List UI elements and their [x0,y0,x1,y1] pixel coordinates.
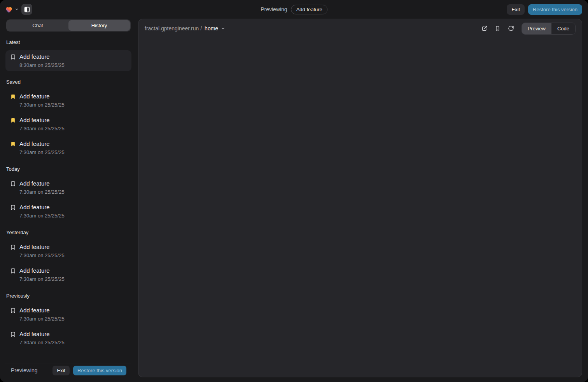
bookmark-filled-icon [10,94,16,100]
history-section: SavedAdd feature7:30am on 25/25/25Add fe… [5,79,131,158]
history-item[interactable]: Add feature7:30am on 25/25/25 [5,137,131,158]
section-title: Today [6,166,131,172]
history-item-time: 7:30am on 25/25/25 [19,315,65,322]
history-item-title: Add feature [19,92,65,101]
history-item-title: Add feature [19,330,65,338]
toggle-sidebar-button[interactable] [21,4,32,15]
history-item-time: 7:30am on 25/25/25 [19,212,65,219]
sidebar: Chat History LatestAdd feature8:30am on … [5,19,131,377]
history-item-title: Add feature [19,179,65,188]
section-title: Latest [6,39,131,46]
breadcrumb-domain: fractal.gptengineer.run / [145,25,202,32]
history-item-time: 7:30am on 25/25/25 [19,125,65,132]
refresh-icon [508,25,514,32]
mobile-preview-button[interactable] [493,23,503,33]
footer-previewing-label: Previewing [11,367,37,373]
restore-version-button[interactable]: Restore this version [528,4,582,15]
history-item[interactable]: Add feature7:30am on 25/25/25 [5,114,131,135]
previewing-label: Previewing [261,6,287,12]
smartphone-icon [495,26,500,32]
footer-restore-version-button[interactable]: Restore this version [73,366,126,375]
version-badge[interactable]: Add feature [291,5,327,14]
history-item-time: 8:30am on 25/25/25 [19,62,65,69]
bookmark-outline-icon [10,205,16,210]
section-title: Previously [6,293,131,299]
sidebar-tabbar: Chat History [6,19,131,32]
preview-viewport[interactable] [138,38,582,377]
open-external-button[interactable] [480,23,490,33]
history-item-title: Add feature [19,266,65,275]
tab-chat[interactable]: Chat [7,20,68,31]
sidebar-footer: Previewing Exit Restore this version [5,363,131,377]
bookmark-outline-icon [10,181,16,187]
history-item[interactable]: Add feature7:30am on 25/25/25 [5,177,131,198]
chevron-down-icon [221,26,225,31]
history-item-time: 7:30am on 25/25/25 [19,276,65,283]
history-section: LatestAdd feature8:30am on 25/25/25 [5,39,131,71]
history-item-title: Add feature [19,203,65,212]
bookmark-outline-icon [10,54,16,60]
chevron-down-icon [15,7,19,11]
history-item-title: Add feature [19,53,65,61]
history-item-title: Add feature [19,306,65,315]
section-title: Saved [6,79,131,85]
workspace-menu[interactable] [5,5,19,14]
history-item-title: Add feature [19,116,65,124]
refresh-button[interactable] [506,23,516,33]
bookmark-filled-icon [10,141,16,147]
history-section: TodayAdd feature7:30am on 25/25/25Add fe… [5,166,131,222]
history-item[interactable]: Add feature8:30am on 25/25/25 [5,50,131,71]
footer-exit-button[interactable]: Exit [52,366,70,375]
tab-history[interactable]: History [68,20,130,31]
exit-button[interactable]: Exit [507,4,525,15]
history-item[interactable]: Add feature7:30am on 25/25/25 [5,90,131,111]
history-item[interactable]: Add feature7:30am on 25/25/25 [5,264,131,285]
history-list: LatestAdd feature8:30am on 25/25/25Saved… [5,32,131,363]
history-item-title: Add feature [19,243,65,251]
external-link-icon [481,25,488,32]
bookmark-outline-icon [10,268,16,274]
bookmark-outline-icon [10,331,16,337]
bookmark-outline-icon [10,244,16,250]
preview-panel: fractal.gptengineer.run / home [138,19,582,377]
breadcrumb-page: home [205,25,218,32]
app-window: Previewing Add feature Exit Restore this… [0,0,588,382]
history-item-time: 7:30am on 25/25/25 [19,252,65,259]
history-item-time: 7:30am on 25/25/25 [19,149,65,156]
history-item[interactable]: Add feature7:30am on 25/25/25 [5,304,131,325]
history-item-time: 7:30am on 25/25/25 [19,189,65,196]
topbar: Previewing Add feature Exit Restore this… [0,0,588,19]
bookmark-filled-icon [10,117,16,123]
history-item-title: Add feature [19,140,65,148]
history-section: PreviouslyAdd feature7:30am on 25/25/25A… [5,293,131,349]
history-item-time: 7:30am on 25/25/25 [19,339,65,346]
history-section: YesterdayAdd feature7:30am on 25/25/25Ad… [5,230,131,285]
view-toggle: Preview Code [522,23,576,35]
history-item[interactable]: Add feature7:30am on 25/25/25 [5,328,131,349]
bookmark-outline-icon [10,308,16,314]
lovable-heart-logo-icon [5,5,13,14]
preview-panel-header: fractal.gptengineer.run / home [138,19,582,38]
tab-preview[interactable]: Preview [522,23,551,34]
section-title: Yesterday [6,230,131,236]
history-item-time: 7:30am on 25/25/25 [19,102,65,109]
preview-toolbar: Preview Code [476,23,576,35]
history-item[interactable]: Add feature7:30am on 25/25/25 [5,240,131,261]
tab-code[interactable]: Code [551,23,575,34]
history-item[interactable]: Add feature7:30am on 25/25/25 [5,201,131,222]
breadcrumb[interactable]: fractal.gptengineer.run / home [145,25,225,32]
panel-left-icon [24,6,30,13]
